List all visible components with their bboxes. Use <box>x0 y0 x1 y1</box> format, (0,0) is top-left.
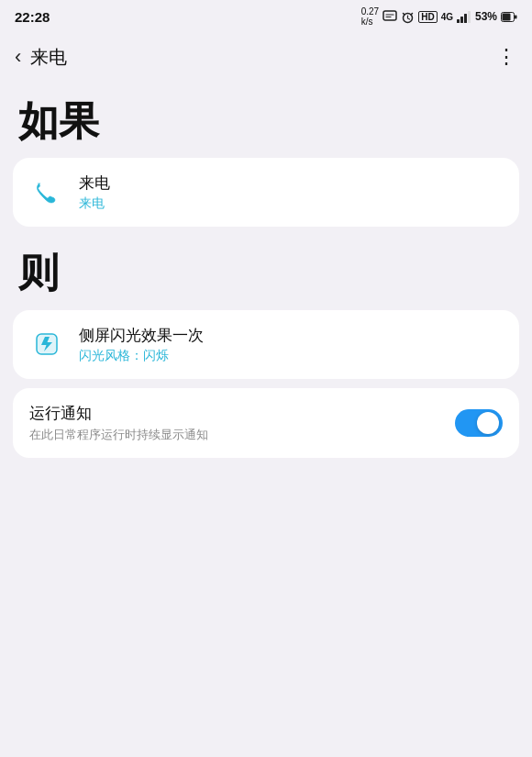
then-card-sub: 闪光风格：闪烁 <box>79 348 204 364</box>
then-card-text: 侧屏闪光效果一次 闪光风格：闪烁 <box>79 325 204 364</box>
if-card[interactable]: 来电 来电 <box>13 158 519 227</box>
if-card-main: 来电 <box>79 173 110 194</box>
alarm-icon <box>401 10 415 24</box>
svg-rect-2 <box>457 19 460 23</box>
then-card-main: 侧屏闪光效果一次 <box>79 325 204 346</box>
svg-rect-0 <box>383 11 396 20</box>
network-speed: 0.27k/s <box>361 6 379 27</box>
notification-toggle[interactable] <box>455 409 503 437</box>
top-nav: ‹ 来电 ⋮ <box>0 33 532 81</box>
then-card[interactable]: 侧屏闪光效果一次 闪光风格：闪烁 <box>13 310 519 379</box>
network-badge: 4G <box>441 12 453 22</box>
svg-rect-5 <box>468 11 471 23</box>
section-then-title: 则 <box>18 250 59 295</box>
battery-percentage: 53% <box>475 10 497 23</box>
section-if-header: 如果 <box>0 81 532 152</box>
svg-rect-4 <box>464 14 467 23</box>
signal-icon <box>457 11 471 23</box>
notification-toggle-row[interactable]: 运行通知 在此日常程序运行时持续显示通知 <box>13 388 519 458</box>
svg-rect-7 <box>503 13 511 20</box>
then-card-item: 侧屏闪光效果一次 闪光风格：闪烁 <box>29 325 503 364</box>
flash-icon <box>29 327 64 362</box>
svg-rect-8 <box>515 15 517 18</box>
if-card-item: 来电 来电 <box>29 173 503 212</box>
hd-badge: HD <box>418 11 437 23</box>
more-options-button[interactable]: ⋮ <box>496 45 517 69</box>
back-button[interactable]: ‹ <box>15 45 21 69</box>
status-icons: 0.27k/s HD 4G 53% <box>361 6 517 27</box>
toggle-slider <box>455 409 503 437</box>
section-then-header: 则 <box>0 232 532 304</box>
phone-icon <box>29 175 64 210</box>
if-card-sub: 来电 <box>79 195 110 212</box>
notification-title: 运行通知 <box>29 403 440 424</box>
notification-subtitle: 在此日常程序运行时持续显示通知 <box>29 427 440 443</box>
battery-icon <box>501 12 517 22</box>
status-time: 22:28 <box>15 9 50 25</box>
status-bar: 22:28 0.27k/s HD 4G 53% <box>0 0 532 33</box>
section-if-title: 如果 <box>18 98 99 143</box>
notification-text-block: 运行通知 在此日常程序运行时持续显示通知 <box>29 403 440 443</box>
svg-rect-3 <box>460 17 463 23</box>
message-icon <box>382 10 397 23</box>
if-card-text: 来电 来电 <box>79 173 110 212</box>
nav-left: ‹ 来电 <box>15 45 67 70</box>
page-title: 来电 <box>30 45 67 70</box>
